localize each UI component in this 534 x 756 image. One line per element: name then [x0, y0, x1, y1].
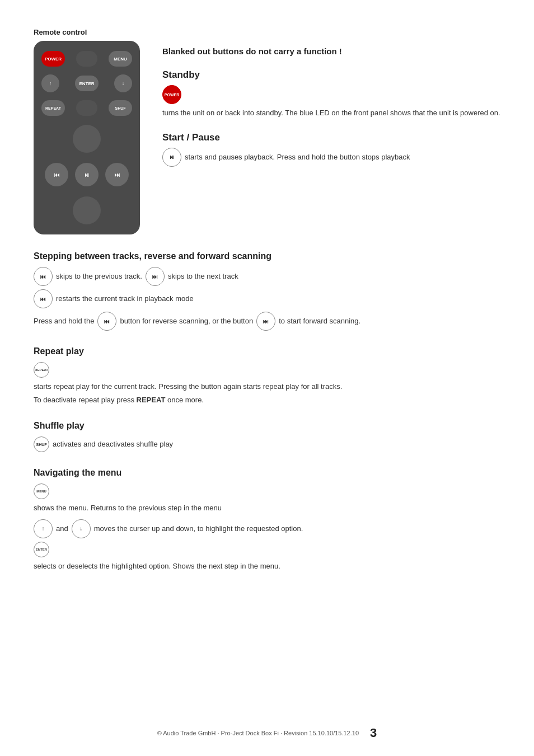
- repeat-play-desc2: To deactivate repeat play press: [34, 396, 134, 404]
- next-track-button[interactable]: ⏭: [105, 163, 129, 186]
- blank-circle-bottom: [73, 196, 101, 224]
- standby-desc: turns the unit on or back into standby. …: [162, 107, 500, 119]
- menu-button[interactable]: MENU: [109, 51, 132, 67]
- menu-desc: shows the menu. Returns to the previous …: [34, 503, 500, 514]
- stepping-section: Stepping between tracks, reverse and for…: [34, 251, 500, 331]
- repeat-play-desc1: starts repeat play for the current track…: [34, 381, 500, 392]
- page-section-title: Remote control: [34, 28, 500, 36]
- enter-button[interactable]: ENTER: [75, 76, 99, 91]
- down-arrow-icon: ↓: [72, 519, 91, 538]
- prev-track-button[interactable]: ⏮: [45, 163, 68, 186]
- repeat-bold: REPEAT: [137, 396, 166, 404]
- up-button[interactable]: ↑: [41, 74, 59, 92]
- start-pause-desc: starts and pauses playback. Press and ho…: [185, 152, 410, 163]
- stepping-line3-post: to start forward scanning.: [279, 316, 360, 327]
- navigating-section: Navigating the menu MENU shows the menu.…: [34, 468, 500, 571]
- blank-button-1: [76, 51, 97, 67]
- down-button[interactable]: ↓: [114, 74, 132, 92]
- enter-icon: ENTER: [34, 542, 49, 557]
- stepping-line3-pre: Press and hold the: [34, 316, 94, 327]
- prev-icon-1: ⏮: [34, 267, 53, 286]
- blank-circle: [73, 125, 101, 153]
- prev-icon-3: ⏮: [97, 312, 116, 331]
- blank-button-2: [76, 100, 97, 116]
- prev-icon-2: ⏮: [34, 289, 53, 308]
- menu-icon: MENU: [34, 483, 49, 499]
- shuffle-play-desc: activates and deactivates shuffle play: [53, 439, 173, 450]
- arrows-desc: moves the curser up and down, to highlig…: [94, 523, 303, 534]
- stepping-line1-text1: skips to the previous track.: [56, 271, 142, 282]
- next-icon-2: ⏭: [256, 312, 275, 331]
- shuffle-play-title: Shuffle play: [34, 421, 500, 431]
- stepping-line2-text: restarts the current track in playback m…: [56, 293, 194, 304]
- footer-copyright: © Audio Trade GmbH · Pro-Ject Dock Box F…: [157, 730, 359, 736]
- stepping-line3-mid: button for reverse scanning, or the butt…: [120, 316, 253, 327]
- repeat-icon: REPEAT: [34, 362, 49, 378]
- repeat-play-title: Repeat play: [34, 346, 500, 356]
- shuf-button[interactable]: SHUF: [109, 100, 132, 116]
- standby-title: Standby: [162, 69, 500, 81]
- remote-control-image: POWER MENU ↑ ENTER ↓ REPEAT SHUF: [34, 41, 146, 234]
- footer-page-number: 3: [370, 726, 377, 740]
- shuf-icon: SHUF: [34, 436, 49, 452]
- power-icon: POWER: [162, 85, 181, 104]
- play-pause-button[interactable]: ⏯: [75, 163, 99, 186]
- repeat-play-desc2-line: To deactivate repeat play press REPEAT o…: [34, 395, 500, 406]
- and-text: and: [56, 523, 68, 534]
- repeat-button[interactable]: REPEAT: [41, 100, 65, 116]
- navigating-title: Navigating the menu: [34, 468, 500, 478]
- play-pause-icon: ⏯: [162, 148, 181, 167]
- shuffle-play-section: Shuffle play SHUF activates and deactiva…: [34, 421, 500, 452]
- footer: © Audio Trade GmbH · Pro-Ject Dock Box F…: [0, 726, 534, 740]
- start-pause-title: Start / Pause: [162, 132, 500, 143]
- standby-section: Standby POWER turns the unit on or back …: [162, 69, 500, 119]
- blanked-notice: Blanked out buttons do not carry a funct…: [162, 46, 500, 56]
- stepping-title: Stepping between tracks, reverse and for…: [34, 251, 500, 261]
- repeat-play-desc3: once more.: [167, 396, 204, 404]
- start-pause-section: Start / Pause ⏯ starts and pauses playba…: [162, 132, 500, 167]
- next-icon-1: ⏭: [146, 267, 165, 286]
- up-arrow-icon: ↑: [34, 519, 53, 538]
- right-content: Blanked out buttons do not carry a funct…: [162, 41, 500, 234]
- stepping-line1-text2: skips to the next track: [168, 271, 238, 282]
- power-button[interactable]: POWER: [41, 51, 65, 67]
- enter-desc: selects or deselects the highlighted opt…: [34, 561, 500, 572]
- repeat-play-section: Repeat play REPEAT starts repeat play fo…: [34, 346, 500, 405]
